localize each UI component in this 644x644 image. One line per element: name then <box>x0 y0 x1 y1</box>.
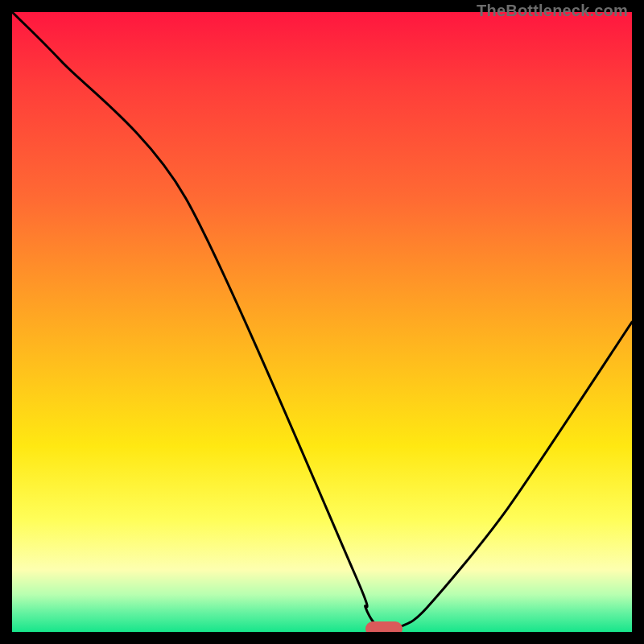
curve-svg <box>12 12 632 632</box>
attribution-label: TheBottleneck.com <box>477 2 628 20</box>
bottleneck-curve <box>12 12 632 627</box>
chart-canvas: TheBottleneck.com <box>0 0 644 644</box>
plot-area <box>12 12 632 632</box>
